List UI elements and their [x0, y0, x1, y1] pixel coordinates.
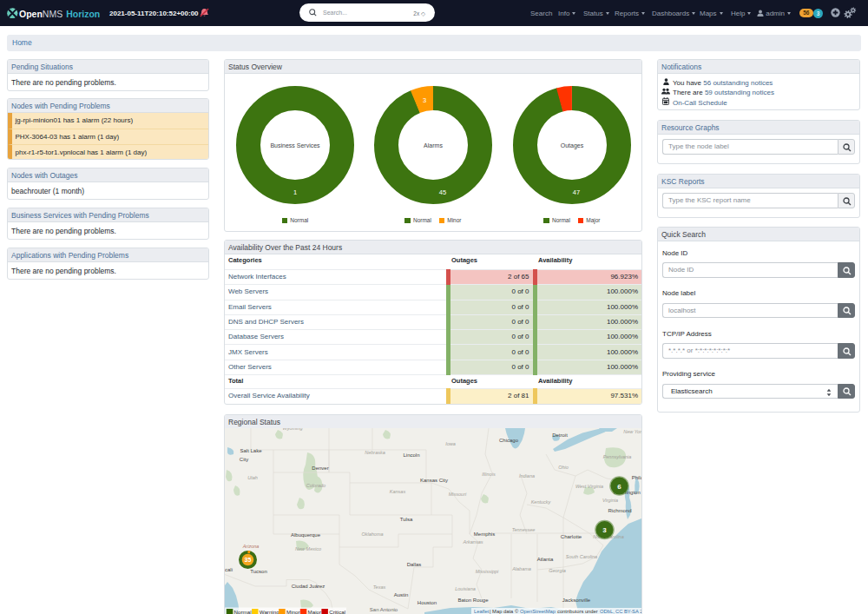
svg-text:Charlotte: Charlotte	[561, 534, 582, 539]
svg-text:Louisiana: Louisiana	[455, 586, 476, 591]
svg-text:Kansas: Kansas	[390, 489, 406, 494]
svg-text:Atlanta: Atlanta	[537, 557, 554, 562]
svg-text:Salt Lake: Salt Lake	[240, 448, 262, 453]
svg-text:Texas: Texas	[373, 584, 386, 590]
svg-text:Oklahoma: Oklahoma	[361, 531, 383, 537]
svg-text:Nebraska: Nebraska	[365, 450, 385, 455]
svg-text:Kentucky: Kentucky	[531, 499, 552, 505]
svg-text:City: City	[240, 457, 248, 462]
svg-text:West Virginia: West Virginia	[575, 484, 603, 489]
svg-text:Critical: Critical	[329, 609, 345, 614]
svg-text:ODbL,: ODbL,	[600, 609, 615, 614]
svg-text:Tucson: Tucson	[250, 569, 266, 574]
svg-text:Ohio: Ohio	[558, 465, 569, 470]
svg-text:Jacksonville: Jacksonville	[562, 597, 591, 603]
svg-text:contributors under: contributors under	[557, 609, 598, 614]
svg-text:6: 6	[617, 483, 621, 491]
svg-text:South Carolina: South Carolina	[566, 554, 597, 559]
svg-text:| Map data ©: | Map data ©	[490, 609, 519, 614]
svg-text:Denver: Denver	[312, 465, 328, 471]
svg-text:Missouri: Missouri	[449, 492, 467, 497]
svg-text:Tulsa: Tulsa	[400, 517, 413, 522]
svg-text:Pennsylvania: Pennsylvania	[603, 454, 632, 459]
svg-text:OpenStreetMap: OpenStreetMap	[520, 609, 556, 614]
svg-text:Kansas City: Kansas City	[420, 478, 448, 483]
svg-text:Colorado: Colorado	[306, 483, 326, 488]
svg-text:Albuquerque: Albuquerque	[291, 532, 321, 538]
svg-text:Houston: Houston	[418, 600, 437, 605]
svg-text:Ciudad Juárez: Ciudad Juárez	[292, 584, 326, 589]
svg-text:Warning: Warning	[260, 609, 279, 614]
svg-text:Arizona: Arizona	[242, 544, 260, 549]
svg-text:New Mexico: New Mexico	[295, 546, 321, 551]
svg-text:Illinois: Illinois	[482, 472, 496, 477]
svg-text:Normal: Normal	[234, 609, 252, 614]
svg-text:Iowa: Iowa	[445, 441, 456, 446]
svg-text:CC BY-SA 2.0: CC BY-SA 2.0	[615, 609, 641, 614]
svg-text:Memphis: Memphis	[474, 531, 495, 537]
svg-text:New York: New York	[623, 429, 641, 434]
svg-text:Georgia: Georgia	[549, 568, 566, 573]
svg-text:Alabama: Alabama	[511, 566, 531, 571]
svg-text:Arkansas: Arkansas	[463, 539, 483, 545]
svg-text:Richmond: Richmond	[608, 508, 631, 513]
svg-text:San Antonio: San Antonio	[370, 607, 398, 612]
svg-text:Utah: Utah	[247, 475, 258, 480]
svg-text:Tennessee: Tennessee	[512, 527, 536, 532]
svg-text:Baton Rouge: Baton Rouge	[457, 597, 489, 603]
svg-text:3: 3	[602, 526, 607, 534]
svg-text:Major: Major	[308, 609, 321, 614]
svg-text:Leaflet: Leaflet	[474, 609, 490, 614]
svg-text:Mississippi: Mississippi	[476, 569, 499, 574]
svg-text:Philad: Philad	[632, 475, 641, 480]
svg-text:Lincoln: Lincoln	[403, 452, 419, 458]
svg-text:Chicago: Chicago	[499, 438, 519, 443]
svg-text:35: 35	[245, 557, 252, 563]
svg-text:Virginia: Virginia	[602, 498, 618, 503]
svg-text:Minor: Minor	[286, 609, 299, 614]
svg-text:Indiana: Indiana	[519, 473, 535, 479]
svg-text:Wyoming: Wyoming	[283, 428, 304, 431]
svg-text:Detroit: Detroit	[552, 432, 568, 438]
svg-text:cali: cali	[225, 567, 233, 572]
svg-text:Austin: Austin	[394, 592, 409, 597]
svg-text:Dallas: Dallas	[407, 562, 422, 567]
